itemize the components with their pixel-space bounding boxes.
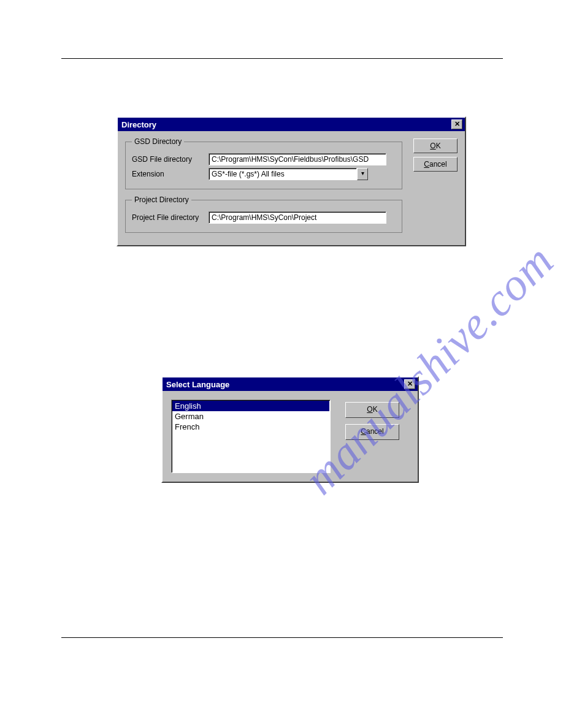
project-legend: Project Directory — [132, 195, 191, 204]
top-rule — [61, 58, 503, 59]
extension-label: Extension — [132, 170, 209, 178]
directory-title: Directory — [121, 120, 156, 129]
language-item-german[interactable]: German — [172, 411, 329, 422]
directory-titlebar[interactable]: Directory ✕ — [118, 118, 465, 131]
close-icon[interactable]: ✕ — [451, 119, 462, 129]
project-file-label: Project File directory — [132, 213, 209, 222]
language-listbox[interactable]: English German French — [171, 400, 331, 473]
bottom-rule — [61, 637, 503, 638]
cancel-button[interactable]: Cancel — [413, 157, 458, 172]
directory-dialog: Directory ✕ GSD Directory GSD File direc… — [117, 116, 466, 246]
extension-combo[interactable]: GS*-file (*.gs*) All files ▾ — [209, 168, 368, 180]
gsd-legend: GSD Directory — [132, 137, 184, 146]
gsd-file-label: GSD File directory — [132, 155, 209, 164]
language-item-english[interactable]: English — [172, 401, 329, 411]
ok-button[interactable]: OK — [413, 138, 458, 153]
project-file-input[interactable]: C:\Program\HMS\SyCon\Project — [209, 211, 386, 224]
gsd-directory-group: GSD Directory GSD File directory C:\Prog… — [125, 137, 402, 189]
select-language-dialog: Select Language ✕ English German French … — [161, 376, 419, 483]
cancel-button[interactable]: Cancel — [345, 424, 399, 440]
extension-value: GS*-file (*.gs*) All files — [209, 168, 357, 180]
language-title: Select Language — [166, 380, 229, 389]
project-directory-group: Project Directory Project File directory… — [125, 195, 402, 233]
ok-button[interactable]: OK — [345, 402, 399, 418]
chevron-down-icon[interactable]: ▾ — [357, 168, 368, 180]
language-titlebar[interactable]: Select Language ✕ — [163, 377, 418, 391]
gsd-file-input[interactable]: C:\Program\HMS\SyCon\Fieldbus\Profibus\G… — [209, 153, 386, 165]
language-item-french[interactable]: French — [172, 422, 329, 432]
close-icon[interactable]: ✕ — [404, 379, 415, 389]
